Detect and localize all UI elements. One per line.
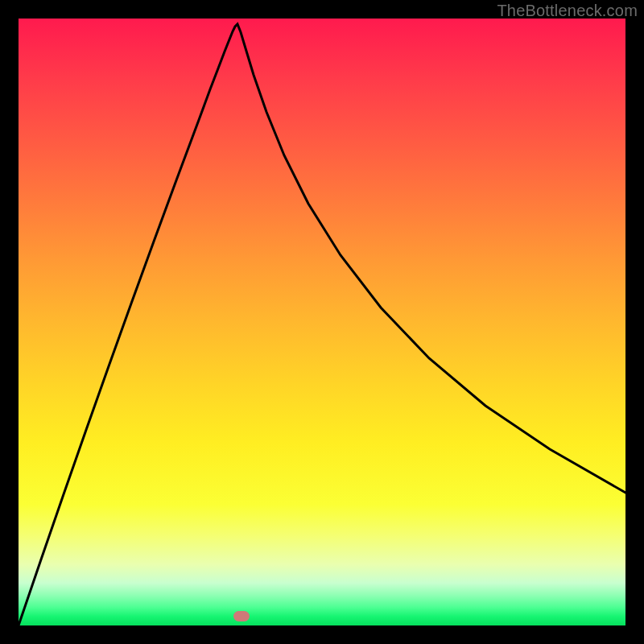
bottleneck-curve	[19, 19, 625, 625]
watermark-text: TheBottleneck.com	[497, 2, 638, 20]
chart-frame	[19, 19, 625, 625]
optimum-marker	[233, 611, 250, 621]
